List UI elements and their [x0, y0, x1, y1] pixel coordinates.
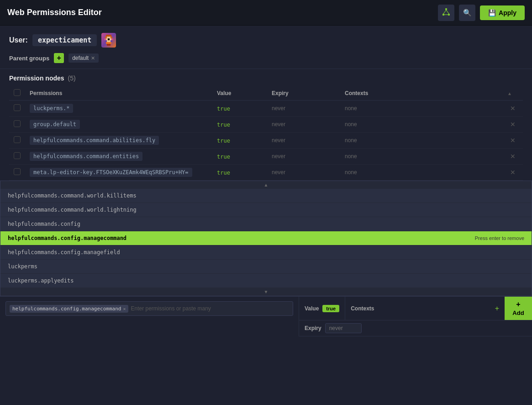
- header: Web Permissions Editor 🔍 💾 Apply: [0, 0, 532, 26]
- svg-rect-12: [111, 37, 112, 38]
- dropdown-scroll-down[interactable]: ▼: [0, 288, 532, 296]
- value-section: Value true: [299, 297, 345, 320]
- permission-expiry-1: never: [267, 117, 340, 133]
- permissions-table: Permissions Value Expiry Contexts ▲ luck…: [9, 86, 523, 181]
- svg-rect-8: [110, 35, 111, 37]
- dropdown-item-text-3: helpfulcommands.config.managecommand: [8, 235, 126, 241]
- parent-groups-label: Parent groups: [9, 55, 49, 62]
- row-checkbox-2[interactable]: [14, 136, 21, 143]
- permission-contexts-4: none: [340, 165, 503, 181]
- input-tag-0: helpfulcommands.config.managecommand ✕: [10, 305, 128, 313]
- dropdown-item-5[interactable]: luckperms: [0, 260, 532, 274]
- col-header-contexts: Contexts: [340, 86, 503, 101]
- permission-expiry-3: never: [267, 149, 340, 165]
- permission-name-2: helpfulcommands.command.abilities.fly: [30, 136, 159, 145]
- add-button[interactable]: + Add: [505, 297, 532, 320]
- permission-contexts-2: none: [340, 133, 503, 149]
- permission-expiry-2: never: [267, 133, 340, 149]
- dropdown-scroll-up[interactable]: ▲: [0, 181, 532, 189]
- group-tag-name: default: [72, 55, 89, 61]
- permissions-title: Permission nodes (5): [9, 75, 523, 82]
- network-icon-button[interactable]: [438, 5, 454, 21]
- svg-line-4: [446, 10, 449, 14]
- dropdown-item-text-5: luckperms: [8, 263, 37, 270]
- dropdown-item-2[interactable]: helpfulcommands.config: [0, 217, 532, 231]
- dropdown-item-3[interactable]: helpfulcommands.config.managecommand Pre…: [0, 231, 532, 245]
- svg-rect-13: [104, 38, 106, 40]
- row-checkbox-0[interactable]: [14, 104, 21, 111]
- scroll-up-arrow: ▲: [507, 91, 512, 96]
- permission-name-4: meta.lp-editor-key.FTSOeXKuZEAmk4WEqSRBS…: [30, 168, 192, 177]
- dropdown-item-text-6: luckperms.applyedits: [8, 277, 74, 284]
- permission-name-0: luckperms.*: [30, 104, 73, 113]
- input-tag-text: helpfulcommands.config.managecommand: [12, 306, 121, 312]
- delete-row-3[interactable]: ✕: [507, 152, 518, 161]
- bottom-right-top: Value true Contexts + + Add: [299, 297, 532, 320]
- table-row: group.default true never none ✕: [9, 117, 523, 133]
- dropdown-item-4[interactable]: helpfulcommands.config.managefield: [0, 245, 532, 260]
- table-row: helpfulcommands.command.entities true ne…: [9, 149, 523, 165]
- permission-name-3: helpfulcommands.command.entities: [30, 152, 142, 161]
- apply-button[interactable]: 💾 Apply: [480, 5, 525, 20]
- select-all-checkbox[interactable]: [14, 89, 21, 96]
- save-icon: 💾: [488, 9, 496, 16]
- svg-line-3: [443, 10, 446, 14]
- contexts-label: Contexts: [351, 305, 374, 312]
- permission-value-2: true: [217, 138, 230, 144]
- dropdown-items-container: helpfulcommands.command.world.killitemsh…: [0, 189, 532, 288]
- col-header-permissions: Permissions: [25, 86, 212, 101]
- add-group-button[interactable]: +: [54, 53, 64, 63]
- dropdown-item-1[interactable]: helpfulcommands.command.world.lightning: [0, 203, 532, 217]
- svg-rect-0: [445, 8, 447, 10]
- svg-rect-17: [111, 38, 113, 40]
- permission-expiry-0: never: [267, 101, 340, 117]
- row-checkbox-3[interactable]: [14, 152, 21, 159]
- search-icon: 🔍: [463, 9, 472, 17]
- permission-value-4: true: [217, 170, 230, 176]
- dropdown-item-0[interactable]: helpfulcommands.command.world.killitems: [0, 189, 532, 203]
- row-checkbox-4[interactable]: [14, 168, 21, 175]
- permission-value-1: true: [217, 122, 230, 128]
- group-tag-remove[interactable]: ✕: [91, 55, 95, 61]
- delete-row-2[interactable]: ✕: [507, 136, 518, 145]
- svg-rect-18: [105, 40, 107, 42]
- parent-groups-row: Parent groups + default ✕: [9, 53, 523, 63]
- add-plus-icon: +: [516, 300, 520, 309]
- svg-rect-25: [107, 44, 109, 46]
- table-row: luckperms.* true never none ✕: [9, 101, 523, 117]
- permission-text-input[interactable]: [131, 305, 289, 312]
- username-badge: expecticament: [32, 34, 97, 46]
- permissions-section: Permission nodes (5) Permissions Value E…: [0, 69, 532, 181]
- svg-rect-22: [106, 42, 108, 44]
- svg-rect-21: [111, 40, 112, 42]
- table-wrapper: Permissions Value Expiry Contexts ▲ luck…: [9, 86, 523, 181]
- delete-row-0[interactable]: ✕: [507, 104, 518, 113]
- svg-rect-9: [105, 37, 107, 38]
- delete-row-4[interactable]: ✕: [507, 168, 518, 177]
- user-label: User:: [9, 36, 28, 44]
- row-checkbox-1[interactable]: [14, 120, 21, 127]
- search-button[interactable]: 🔍: [459, 5, 475, 21]
- delete-row-1[interactable]: ✕: [507, 120, 518, 129]
- dropdown-item-text-1: helpfulcommands.command.world.lightning: [8, 207, 137, 213]
- svg-rect-24: [110, 42, 111, 44]
- col-header-value: Value: [212, 86, 267, 101]
- svg-rect-26: [109, 44, 111, 46]
- permission-contexts-1: none: [340, 117, 503, 133]
- permission-expiry-4: never: [267, 165, 340, 181]
- user-row: User: expecticament: [9, 33, 523, 48]
- bottom-right: Value true Contexts + + Add Expiry: [299, 297, 532, 336]
- expiry-input[interactable]: [325, 323, 362, 333]
- input-tag-remove[interactable]: ✕: [123, 306, 126, 311]
- dropdown-item-text-4: helpfulcommands.config.managefield: [8, 249, 120, 256]
- value-badge[interactable]: true: [322, 305, 339, 312]
- add-label: Add: [512, 309, 524, 316]
- dropdown-item-6[interactable]: luckperms.applyedits: [0, 274, 532, 288]
- svg-rect-23: [108, 42, 110, 44]
- svg-rect-7: [108, 35, 110, 37]
- user-section: User: expecticament: [0, 26, 532, 69]
- dropdown-item-text-0: helpfulcommands.command.world.killitems: [8, 192, 137, 199]
- contexts-add-button[interactable]: +: [495, 304, 499, 313]
- input-tags-row[interactable]: helpfulcommands.config.managecommand ✕: [5, 301, 293, 316]
- autocomplete-dropdown: ▲ helpfulcommands.command.world.killitem…: [0, 181, 532, 296]
